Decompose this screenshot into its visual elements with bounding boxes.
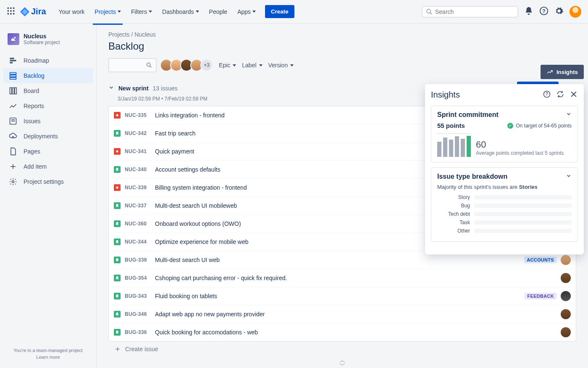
issue-key[interactable]: NUC-335 xyxy=(125,112,151,118)
main-content: Projects / Nucleus Backlog +3 Epic Label… xyxy=(97,24,588,368)
svg-rect-17 xyxy=(10,73,16,74)
notifications-icon[interactable] xyxy=(524,6,533,17)
issue-key[interactable]: BUG-338 xyxy=(125,257,151,263)
issue-row[interactable]: BUG-336 Quick booking for accomodations … xyxy=(109,323,576,341)
chevron-down-icon[interactable] xyxy=(566,111,572,119)
primary-nav: Your work Projects Filters Dashboards Pe… xyxy=(55,6,260,18)
assignee-avatar[interactable] xyxy=(561,327,571,337)
svg-rect-14 xyxy=(10,58,14,59)
sidebar-item-roadmap[interactable]: Roadmap xyxy=(3,53,93,68)
story-icon xyxy=(114,166,121,173)
project-header[interactable]: Nucleus Software project xyxy=(3,30,93,53)
breakdown-track xyxy=(474,195,572,199)
help-icon[interactable]: ? xyxy=(539,6,549,17)
help-icon[interactable]: ? xyxy=(543,90,551,100)
issue-key[interactable]: NUC-341 xyxy=(125,148,151,154)
issue-summary: Cshoping cart purchasing error - quick f… xyxy=(155,275,556,281)
svg-rect-4 xyxy=(10,10,11,11)
average-value: 60 xyxy=(476,139,564,150)
svg-rect-5 xyxy=(13,10,14,11)
issue-key[interactable]: BUG-336 xyxy=(125,329,151,335)
svg-rect-2 xyxy=(13,8,14,9)
global-search-input[interactable] xyxy=(435,8,514,15)
svg-rect-6 xyxy=(8,13,9,14)
section-drag-handle[interactable] xyxy=(108,360,576,367)
breakdown-subtitle: Majority of this sprint's issues are Sto… xyxy=(437,184,572,190)
breadcrumb: Projects / Nucleus xyxy=(108,31,576,38)
issue-key[interactable]: NUC-339 xyxy=(125,185,151,191)
bug-icon xyxy=(114,112,121,119)
issue-key[interactable]: NUC-344 xyxy=(125,239,151,245)
refresh-icon[interactable] xyxy=(556,90,564,100)
insights-title: Insights xyxy=(431,90,460,100)
sidebar-item-settings[interactable]: Project settings xyxy=(3,174,93,189)
breadcrumb-root[interactable]: Projects xyxy=(108,31,130,38)
settings-icon[interactable] xyxy=(554,6,564,17)
brand-text: Jira xyxy=(31,7,46,16)
board-search[interactable] xyxy=(108,58,157,72)
project-icon xyxy=(8,33,19,45)
svg-text:?: ? xyxy=(542,8,546,14)
chevron-down-icon xyxy=(290,64,294,66)
breakdown-row: Other xyxy=(437,228,572,234)
breakdown-track xyxy=(474,229,572,233)
assignee-avatar[interactable] xyxy=(561,273,571,283)
sprint-name: New sprint xyxy=(118,85,149,92)
nav-dashboards[interactable]: Dashboards xyxy=(158,6,203,18)
learn-more-link[interactable]: Learn more xyxy=(7,355,89,360)
nav-your-work[interactable]: Your work xyxy=(55,6,89,18)
sidebar-item-add[interactable]: Add item xyxy=(3,159,93,174)
svg-rect-3 xyxy=(8,10,9,11)
issue-row[interactable]: BUG-343 Fluid booking on tablets FEEDBAC… xyxy=(109,287,576,305)
app-switcher-icon[interactable] xyxy=(7,7,15,16)
assignee-avatar[interactable] xyxy=(561,309,571,319)
page-title: Backlog xyxy=(108,40,576,52)
collapse-icon[interactable] xyxy=(108,85,114,92)
chevron-down-icon[interactable] xyxy=(566,173,572,180)
bug-icon xyxy=(114,148,121,155)
create-button[interactable]: Create xyxy=(265,5,294,18)
jira-logo[interactable]: Jira xyxy=(20,7,46,16)
profile-avatar[interactable] xyxy=(570,6,581,18)
issue-row[interactable]: BUG-346 Adapt web app no new payments pr… xyxy=(109,305,576,323)
filter-label[interactable]: Label xyxy=(242,62,262,69)
label-chip: ACCOUNTS xyxy=(524,257,556,263)
breadcrumb-item[interactable]: Nucleus xyxy=(134,31,156,38)
assignee-avatar[interactable] xyxy=(561,291,571,301)
issue-key[interactable]: BUG-343 xyxy=(125,293,151,299)
sidebar-item-reports[interactable]: Reports xyxy=(3,98,93,114)
issue-summary: Adapt web app no new payments provider xyxy=(155,311,556,318)
issue-key[interactable]: NUC-340 xyxy=(125,167,151,172)
issue-key[interactable]: NUC-342 xyxy=(125,130,151,136)
global-search[interactable] xyxy=(422,6,518,18)
svg-rect-7 xyxy=(10,13,11,14)
nav-filters[interactable]: Filters xyxy=(127,6,156,18)
close-icon[interactable] xyxy=(570,90,578,100)
average-label: Average points completed last 5 sprints xyxy=(476,150,564,157)
nav-projects[interactable]: Projects xyxy=(90,6,125,18)
issue-key[interactable]: NUC-337 xyxy=(125,203,151,209)
sidebar-item-board[interactable]: Board xyxy=(3,83,93,98)
sidebar-item-backlog[interactable]: Backlog xyxy=(3,68,93,83)
story-icon xyxy=(114,293,121,299)
sidebar-item-pages[interactable]: Pages xyxy=(3,144,93,159)
issue-row[interactable]: BUG-354 Cshoping cart purchasing error -… xyxy=(109,269,576,287)
sidebar-item-issues[interactable]: Issues xyxy=(3,114,93,129)
nav-apps[interactable]: Apps xyxy=(233,6,260,18)
issue-key[interactable]: BUG-354 xyxy=(125,275,151,281)
top-nav: Jira Your work Projects Filters Dashboar… xyxy=(0,0,588,24)
create-issue-button[interactable]: Create issue xyxy=(108,342,576,357)
filter-version[interactable]: Version xyxy=(268,62,294,69)
nav-people[interactable]: People xyxy=(205,6,232,18)
check-icon xyxy=(507,123,513,129)
insights-toggle-button[interactable]: Insights xyxy=(541,65,584,79)
avatar-more[interactable]: +3 xyxy=(200,59,213,71)
svg-rect-0 xyxy=(8,8,9,9)
breakdown-row: Task xyxy=(437,220,572,225)
sidebar-item-deployments[interactable]: Deployments xyxy=(3,129,93,144)
issue-key[interactable]: NUC-360 xyxy=(125,221,151,227)
assignee-avatar[interactable] xyxy=(561,255,571,265)
issue-key[interactable]: BUG-346 xyxy=(125,311,151,317)
plus-icon xyxy=(8,162,18,171)
filter-epic[interactable]: Epic xyxy=(219,62,236,69)
